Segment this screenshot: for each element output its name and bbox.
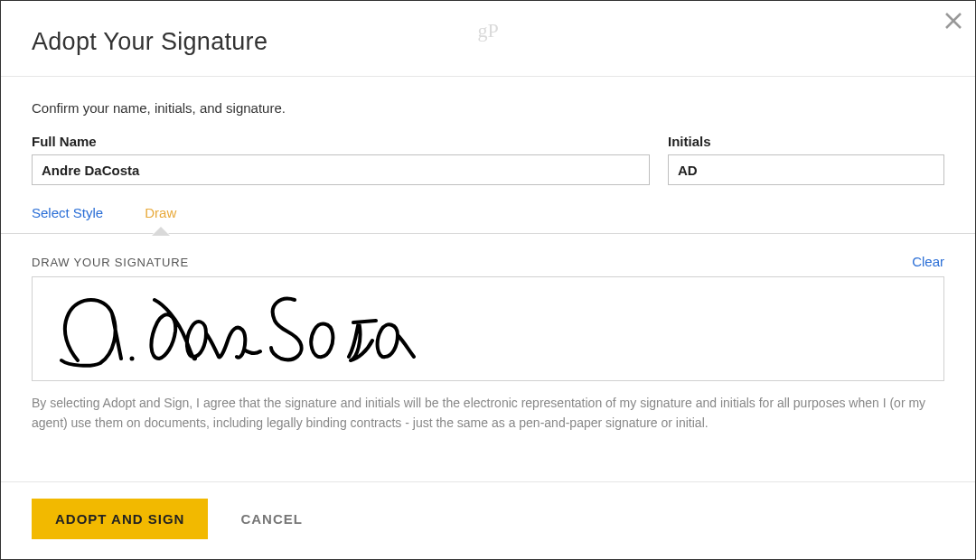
body-section: Confirm your name, initials, and signatu… — [1, 77, 975, 185]
initials-group: Initials — [668, 134, 944, 185]
cancel-button[interactable]: CANCEL — [240, 511, 303, 527]
adopt-signature-modal: gP Adopt Your Signature Confirm your nam… — [0, 0, 976, 560]
full-name-group: Full Name — [32, 134, 650, 185]
tab-select-style[interactable]: Select Style — [32, 205, 103, 233]
modal-header: Adopt Your Signature — [1, 1, 975, 76]
legal-text: By selecting Adopt and Sign, I agree tha… — [1, 381, 975, 433]
full-name-label: Full Name — [32, 134, 650, 149]
initials-label: Initials — [668, 134, 944, 149]
field-row: Full Name Initials — [32, 134, 944, 185]
signature-drawing-icon — [51, 286, 430, 373]
tab-draw[interactable]: Draw — [145, 205, 176, 233]
tab-draw-label: Draw — [145, 205, 176, 220]
draw-header: DRAW YOUR SIGNATURE Clear — [32, 254, 944, 269]
signature-canvas[interactable] — [32, 276, 944, 381]
modal-footer: ADOPT AND SIGN CANCEL — [1, 481, 975, 559]
clear-button[interactable]: Clear — [912, 254, 944, 269]
tab-active-indicator-icon — [153, 226, 169, 234]
initials-input[interactable] — [668, 154, 944, 185]
close-icon[interactable] — [944, 10, 962, 33]
draw-section: DRAW YOUR SIGNATURE Clear — [1, 234, 975, 381]
tab-bar: Select Style Draw — [1, 205, 975, 233]
adopt-and-sign-button[interactable]: ADOPT AND SIGN — [32, 499, 208, 539]
svg-point-2 — [130, 357, 135, 361]
instruction-text: Confirm your name, initials, and signatu… — [32, 100, 944, 116]
modal-title: Adopt Your Signature — [32, 28, 944, 56]
draw-signature-label: DRAW YOUR SIGNATURE — [32, 256, 189, 269]
full-name-input[interactable] — [32, 154, 650, 185]
